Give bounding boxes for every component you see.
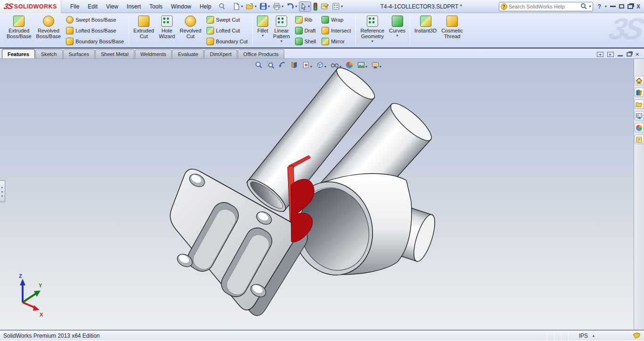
help-search-input[interactable] bbox=[509, 4, 579, 9]
previous-view-button[interactable] bbox=[278, 61, 287, 69]
lofted-cut-button[interactable]: Lofted Cut bbox=[205, 26, 249, 35]
revolved-boss-base-button[interactable]: Revolved Boss/Base bbox=[35, 15, 63, 47]
tab-office-products[interactable]: Office Products bbox=[238, 49, 284, 58]
save-dropdown-caret[interactable]: ▾ bbox=[268, 4, 270, 8]
menu-view[interactable]: View bbox=[102, 1, 123, 12]
restore-button[interactable] bbox=[619, 4, 624, 8]
tab-weldments[interactable]: Weldments bbox=[135, 49, 172, 58]
undo-dropdown-caret[interactable]: ▾ bbox=[295, 4, 297, 8]
hole-wizard-button[interactable]: Hole Wizard bbox=[157, 15, 176, 47]
hide-show-items-caret[interactable]: ▾ bbox=[339, 65, 341, 68]
wrap-button[interactable]: Wrap bbox=[320, 15, 353, 24]
boundary-boss-base-button[interactable]: Boundary Boss/Base bbox=[64, 37, 126, 46]
select-tool-button[interactable]: ▾ bbox=[299, 1, 311, 12]
menu-insert[interactable]: Insert bbox=[123, 1, 145, 12]
linear-pattern-dropdown-caret[interactable]: ▾ bbox=[281, 40, 282, 43]
file-explorer-tab[interactable] bbox=[635, 99, 644, 109]
tags-icon[interactable] bbox=[632, 332, 640, 339]
intersect-button[interactable]: Intersect bbox=[320, 26, 353, 35]
apply-scene-button[interactable]: ▾ bbox=[357, 61, 368, 69]
search-scope-caret[interactable]: ▾ bbox=[589, 4, 591, 8]
menu-tools[interactable]: Tools bbox=[145, 1, 167, 12]
unit-system-caret[interactable]: ▴ bbox=[593, 333, 594, 338]
zoom-to-fit-button[interactable] bbox=[255, 61, 263, 69]
help-dropdown-caret[interactable]: ▾ bbox=[605, 4, 607, 8]
new-document-button[interactable]: ▾ bbox=[231, 1, 244, 11]
apply-scene-caret[interactable]: ▾ bbox=[365, 65, 367, 68]
part-model-canvas[interactable]: Z Y X bbox=[0, 59, 634, 330]
zoom-to-area-button[interactable] bbox=[266, 61, 275, 69]
display-style-button[interactable]: ▾ bbox=[316, 61, 327, 69]
document-close-button[interactable]: ✕ bbox=[636, 52, 639, 57]
search-icon[interactable] bbox=[580, 3, 587, 10]
view-orientation-caret[interactable]: ▾ bbox=[310, 65, 312, 68]
swept-cut-button[interactable]: Swept Cut bbox=[205, 15, 249, 24]
options-button[interactable]: ▾ bbox=[331, 1, 344, 11]
extruded-cut-button[interactable]: Extruded Cut bbox=[132, 15, 156, 47]
pin-menu-icon[interactable] bbox=[217, 2, 226, 11]
lofted-boss-base-button[interactable]: Lofted Boss/Base bbox=[64, 26, 126, 35]
design-library-tab[interactable] bbox=[635, 88, 644, 97]
view-settings-caret[interactable]: ▾ bbox=[380, 65, 381, 68]
mirror-button[interactable]: Mirror bbox=[320, 37, 353, 46]
tab-sketch[interactable]: Sketch bbox=[35, 49, 63, 58]
print-dropdown-caret[interactable]: ▾ bbox=[281, 4, 283, 8]
minimize-button[interactable] bbox=[610, 6, 616, 7]
document-restore-button[interactable] bbox=[627, 52, 632, 57]
boundary-cut-button[interactable]: Boundary Cut bbox=[205, 37, 249, 46]
tab-dimxpert[interactable]: DimXpert bbox=[204, 49, 237, 58]
custom-properties-tab[interactable] bbox=[635, 135, 644, 144]
close-button[interactable]: X bbox=[636, 3, 640, 10]
tab-surfaces[interactable]: Surfaces bbox=[63, 49, 95, 58]
hide-show-items-button[interactable]: ▾ bbox=[330, 61, 342, 69]
tab-evaluate[interactable]: Evaluate bbox=[172, 49, 204, 58]
section-view-button[interactable] bbox=[290, 61, 298, 69]
print-button[interactable]: ▾ bbox=[272, 1, 284, 11]
edit-sketch-button[interactable] bbox=[320, 1, 330, 11]
reference-geometry-button[interactable]: Reference Geometry ▾ bbox=[359, 15, 386, 47]
menu-window[interactable]: Window bbox=[167, 1, 196, 12]
expand-right-pane-icon[interactable]: ▸ bbox=[607, 52, 614, 57]
menu-file[interactable]: File bbox=[66, 1, 83, 12]
select-dropdown-caret[interactable]: ▾ bbox=[308, 4, 310, 8]
document-minimize-button[interactable] bbox=[618, 55, 623, 57]
save-button[interactable]: ▾ bbox=[258, 1, 271, 11]
menu-edit[interactable]: Edit bbox=[83, 1, 102, 12]
reference-geometry-dropdown-caret[interactable]: ▾ bbox=[372, 40, 373, 43]
fillet-dropdown-caret[interactable]: ▾ bbox=[262, 34, 264, 37]
revolved-cut-button[interactable]: Revolved Cut bbox=[178, 15, 203, 47]
fillet-button[interactable]: Fillet ▾ bbox=[256, 15, 270, 47]
extruded-boss-base-button[interactable]: Extruded Boss/Base bbox=[5, 15, 33, 47]
curves-button[interactable]: Curves ▾ bbox=[388, 15, 407, 47]
appearances-scenes-tab[interactable] bbox=[635, 123, 644, 132]
cosmetic-thread-button[interactable]: Cosmetic Thread bbox=[440, 15, 464, 47]
view-palette-tab[interactable] bbox=[635, 111, 644, 121]
rebuild-button[interactable] bbox=[312, 1, 319, 12]
view-orientation-button[interactable]: ▾ bbox=[302, 61, 313, 69]
unit-system-selector[interactable]: IPS bbox=[569, 333, 593, 339]
display-style-caret[interactable]: ▾ bbox=[324, 65, 326, 68]
collapse-left-pane-icon[interactable]: ◂ bbox=[597, 52, 603, 57]
options-dropdown-caret[interactable]: ▾ bbox=[341, 4, 343, 8]
tab-sheet-metal[interactable]: Sheet Metal bbox=[95, 49, 134, 58]
draft-button[interactable]: Draft bbox=[293, 26, 318, 35]
feature-manager-splitter[interactable]: ▸ ▸ ▸ bbox=[0, 180, 5, 202]
windows-button[interactable] bbox=[627, 4, 633, 9]
solidworks-resources-tab[interactable] bbox=[635, 76, 644, 85]
curves-dropdown-caret[interactable]: ▾ bbox=[396, 34, 398, 37]
undo-button[interactable]: ▾ bbox=[285, 1, 298, 11]
help-button[interactable]: ? bbox=[598, 3, 601, 10]
linear-pattern-button[interactable]: Linear Pattern ▾ bbox=[272, 15, 291, 47]
tab-features[interactable]: Features bbox=[2, 49, 35, 58]
instant3d-button[interactable]: Instant3D bbox=[413, 15, 438, 47]
swept-boss-base-button[interactable]: Swept Boss/Base bbox=[64, 15, 126, 24]
view-settings-button[interactable]: ▾ bbox=[371, 61, 382, 69]
new-dropdown-caret[interactable]: ▾ bbox=[241, 4, 243, 8]
graphics-viewport[interactable]: Z Y X bbox=[0, 59, 644, 330]
rib-button[interactable]: Rib bbox=[293, 15, 318, 24]
open-document-button[interactable]: ▾ bbox=[245, 1, 257, 11]
menu-help[interactable]: Help bbox=[196, 1, 216, 12]
edit-appearance-button[interactable] bbox=[345, 61, 354, 69]
open-dropdown-caret[interactable]: ▾ bbox=[255, 4, 256, 8]
shell-button[interactable]: Shell bbox=[293, 37, 318, 46]
